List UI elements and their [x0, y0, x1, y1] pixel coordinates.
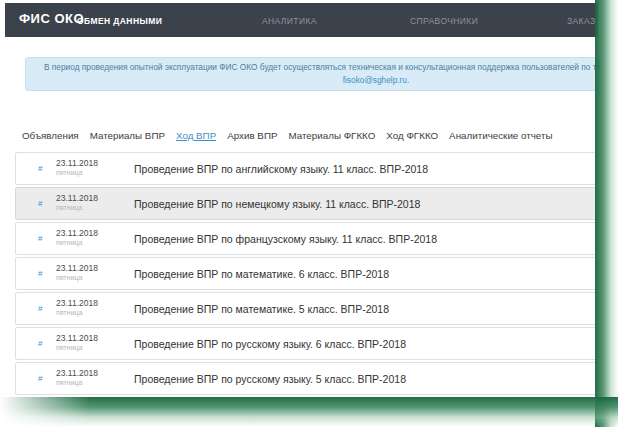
nav-item-analytics[interactable]: АНАЛИТИКА — [262, 16, 317, 26]
row-anchor-link[interactable]: # — [38, 199, 42, 208]
row-weekday: пятница — [56, 309, 98, 316]
row-anchor-link[interactable]: # — [38, 304, 42, 313]
row-date-block: 23.11.2018пятница — [56, 333, 98, 351]
row-date-block: 23.11.2018пятница — [56, 263, 98, 281]
row-date: 23.11.2018 — [56, 193, 98, 203]
row-anchor-link[interactable]: # — [38, 269, 42, 278]
support-info-banner: В период проведения опытной эксплуатации… — [25, 57, 600, 91]
row-title-link[interactable]: Проведение ВПР по французскому языку. 11… — [134, 233, 437, 245]
table-row: #23.11.2018пятницаПроведение ВПР по мате… — [15, 292, 598, 325]
row-date: 23.11.2018 — [56, 368, 98, 378]
top-navbar: ФИС ОКО ОБМЕН ДАННЫМИ АНАЛИТИКА СПРАВОЧН… — [5, 3, 598, 37]
vpr-table: #23.11.2018пятницаПроведение ВПР по англ… — [15, 152, 598, 397]
row-date-block: 23.11.2018пятница — [56, 193, 98, 211]
green-frame-bottom — [0, 397, 618, 427]
row-anchor-link[interactable]: # — [38, 374, 42, 383]
row-weekday: пятница — [56, 274, 98, 281]
row-title-link[interactable]: Проведение ВПР по русскому языку. 5 клас… — [134, 373, 406, 385]
table-row: #23.11.2018пятницаПроведение ВПР по мате… — [15, 257, 598, 290]
nav-item-directories[interactable]: СПРАВОЧНИКИ — [410, 16, 478, 26]
tab-2[interactable]: Ход ВПР — [176, 130, 216, 141]
row-title-link[interactable]: Проведение ВПР по математике. 5 класс. В… — [134, 303, 389, 315]
row-weekday: пятница — [56, 169, 98, 176]
row-weekday: пятница — [56, 379, 98, 386]
row-date: 23.11.2018 — [56, 228, 98, 238]
support-email-line: fisoko@sghelp.ru. — [26, 75, 600, 85]
row-date-block: 23.11.2018пятница — [56, 228, 98, 246]
row-weekday: пятница — [56, 204, 98, 211]
nav-item-data-exchange[interactable]: ОБМЕН ДАННЫМИ — [77, 16, 162, 26]
row-date: 23.11.2018 — [56, 298, 98, 308]
support-info-text: В период проведения опытной эксплуатации… — [26, 62, 600, 72]
row-date-block: 23.11.2018пятница — [56, 158, 98, 176]
table-row: #23.11.2018пятницаПроведение ВПР по англ… — [15, 152, 598, 185]
tab-3[interactable]: Архив ВПР — [227, 130, 277, 141]
row-date: 23.11.2018 — [56, 158, 98, 168]
tab-5[interactable]: Ход ФГККО — [386, 130, 438, 141]
row-date: 23.11.2018 — [56, 333, 98, 343]
support-email-link[interactable]: fisoko@sghelp.ru. — [343, 75, 410, 85]
nav-item-order[interactable]: ЗАКАЗ — [567, 16, 595, 26]
row-weekday: пятница — [56, 239, 98, 246]
row-anchor-link[interactable]: # — [38, 164, 42, 173]
table-row: #23.11.2018пятницаПроведение ВПР по русс… — [15, 362, 598, 395]
green-frame-right — [595, 0, 618, 427]
table-row: #23.11.2018пятницаПроведение ВПР по фран… — [15, 222, 598, 255]
row-title-link[interactable]: Проведение ВПР по немецкому языку. 11 кл… — [134, 198, 420, 210]
row-date: 23.11.2018 — [56, 263, 98, 273]
row-date-block: 23.11.2018пятница — [56, 298, 98, 316]
row-weekday: пятница — [56, 344, 98, 351]
table-row: #23.11.2018пятницаПроведение ВПР по русс… — [15, 327, 598, 360]
tab-6[interactable]: Аналитические отчеты — [449, 130, 552, 141]
row-anchor-link[interactable]: # — [38, 234, 42, 243]
section-tabs: ОбъявленияМатериалы ВПРХод ВПРАрхив ВПРМ… — [22, 130, 582, 141]
tab-0[interactable]: Объявления — [22, 130, 79, 141]
tab-4[interactable]: Материалы ФГККО — [288, 130, 375, 141]
row-title-link[interactable]: Проведение ВПР по русскому языку. 6 клас… — [134, 338, 406, 350]
tab-1[interactable]: Материалы ВПР — [90, 130, 165, 141]
row-title-link[interactable]: Проведение ВПР по математике. 6 класс. В… — [134, 268, 389, 280]
table-row: #23.11.2018пятницаПроведение ВПР по неме… — [15, 187, 598, 220]
brand-logo[interactable]: ФИС ОКО — [19, 11, 84, 26]
row-anchor-link[interactable]: # — [38, 339, 42, 348]
row-title-link[interactable]: Проведение ВПР по английскому языку. 11 … — [134, 163, 428, 175]
page: ФИС ОКО ОБМЕН ДАННЫМИ АНАЛИТИКА СПРАВОЧН… — [0, 0, 618, 427]
row-date-block: 23.11.2018пятница — [56, 368, 98, 386]
